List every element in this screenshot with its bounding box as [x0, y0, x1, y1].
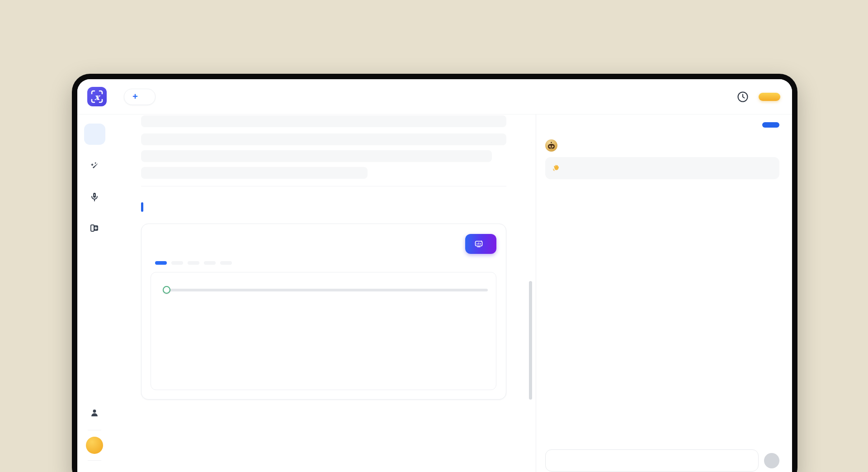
sidebar — [77, 114, 112, 472]
sidebar-divider — [88, 460, 101, 461]
scan-x-logo-icon: x — [87, 87, 107, 106]
person-icon — [89, 408, 100, 419]
slider-handle[interactable] — [163, 286, 170, 294]
frequency-slider[interactable] — [163, 286, 488, 294]
new-question-button[interactable]: + — [124, 89, 156, 105]
send-button[interactable] — [764, 453, 779, 468]
slider-track[interactable] — [166, 289, 488, 291]
sidebar-item-flashcards[interactable] — [84, 217, 105, 238]
panel-header — [545, 122, 779, 128]
svg-text:x: x — [94, 92, 101, 102]
history-button[interactable] — [737, 91, 749, 103]
promo-row — [151, 234, 496, 254]
followup-input-row — [545, 449, 779, 472]
function-widget — [151, 272, 496, 390]
sidebar-divider — [88, 430, 101, 430]
template-pill-fx[interactable] — [171, 261, 183, 265]
section-heading-row — [141, 202, 506, 212]
plus-icon: + — [132, 92, 138, 101]
bot-row — [545, 139, 779, 152]
robot-screen-icon — [474, 239, 483, 248]
add-question-button[interactable] — [762, 122, 779, 128]
sidebar-item-magic[interactable] — [84, 155, 105, 176]
waving-hand-icon — [552, 164, 560, 172]
template-pill-graph[interactable] — [155, 261, 167, 265]
graph-container — [159, 298, 488, 384]
section-divider — [141, 186, 506, 186]
microphone-icon — [89, 191, 100, 202]
panel-header-right — [757, 122, 779, 128]
main-content — [112, 114, 536, 472]
vertical-scrollbar[interactable] — [529, 281, 532, 400]
function-graph[interactable] — [159, 298, 477, 384]
skeleton-bar — [141, 167, 368, 179]
device-frame: x + — [72, 74, 797, 472]
flashcards-plus-icon — [89, 223, 100, 234]
skeleton-bar — [141, 133, 506, 145]
template-pill-slider[interactable] — [188, 261, 199, 265]
ask-followup-input[interactable] — [545, 449, 759, 472]
sidebar-item-mobile-app[interactable] — [84, 467, 105, 472]
followup-panel — [536, 114, 792, 472]
app-window: x + — [77, 79, 792, 472]
frequency-slider-row — [159, 286, 488, 294]
solvi-avatar — [545, 139, 557, 152]
bot-message-bubble — [545, 157, 779, 179]
learning-resource-card — [141, 224, 506, 400]
sidebar-item-account[interactable] — [84, 402, 105, 424]
upgrade-button[interactable] — [86, 437, 103, 454]
template-pill-interactive[interactable] — [220, 261, 232, 265]
try-free-button[interactable] — [759, 93, 780, 101]
magic-wand-icon — [89, 160, 100, 171]
generate-mine-button[interactable] — [465, 234, 496, 254]
sidebar-bottom — [77, 402, 112, 472]
skeleton-bar — [141, 115, 506, 127]
sidebar-item-voice[interactable] — [84, 186, 105, 207]
heading-accent-bar — [141, 202, 143, 212]
toolbar: x + — [77, 79, 792, 114]
templates-row — [151, 261, 496, 265]
window-body — [77, 114, 792, 472]
skeleton-bar — [141, 150, 492, 162]
sidebar-item-solver[interactable] — [84, 124, 105, 145]
app-logo[interactable]: x — [87, 87, 107, 106]
template-pill-clickable[interactable] — [204, 261, 216, 265]
clock-icon — [737, 91, 749, 103]
robot-face-icon — [545, 139, 557, 152]
